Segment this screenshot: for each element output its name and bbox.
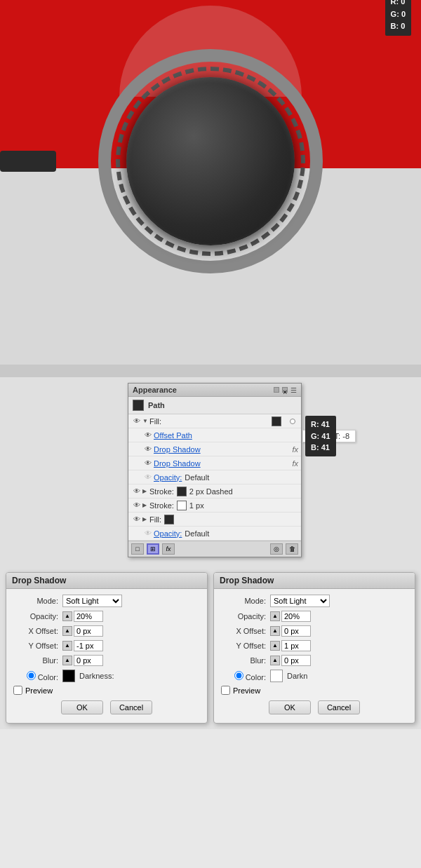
new-item-button[interactable]: □ [131, 543, 144, 555]
x-offset-up-right[interactable]: ▲ [270, 626, 280, 636]
cancel-button-right[interactable]: Cancel [318, 700, 360, 714]
visibility-icon-opacity2[interactable]: 👁 [142, 529, 154, 538]
fill-2-swatch[interactable] [164, 515, 174, 524]
mask-button[interactable]: ◎ [270, 543, 283, 555]
path-color-swatch[interactable] [133, 400, 144, 411]
opacity-2-value: Default [185, 529, 209, 538]
ok-button-left[interactable]: OK [61, 700, 103, 714]
new-item-icon: □ [135, 545, 139, 552]
x-offset-value-left[interactable] [74, 625, 103, 637]
y-offset-input-left: ▲ [62, 640, 103, 651]
canvas-area [0, 0, 421, 365]
opacity-value-left[interactable] [74, 611, 103, 622]
opacity-value-right[interactable] [281, 611, 311, 622]
y-offset-up-right[interactable]: ▲ [270, 641, 280, 651]
opacity-link[interactable]: Opacity: [154, 473, 182, 482]
visibility-icon-fill2[interactable]: 👁 [131, 515, 142, 524]
dialogs-area: Drop Shadow Mode: Soft Light Opacity: ▲ … [0, 567, 421, 729]
opacity-2-link[interactable]: Opacity: [154, 529, 182, 538]
x-offset-value-right[interactable] [281, 625, 311, 637]
visibility-icon-opacity[interactable]: 👁 [142, 473, 154, 482]
x-offset-row-right: X Offset: ▲ [221, 625, 408, 637]
fill-label: Fill: [149, 417, 161, 426]
panel-collapse-button[interactable] [274, 387, 279, 393]
duplicate-button[interactable]: ⊞ [147, 543, 159, 555]
delete-button[interactable]: 🗑 [286, 543, 298, 555]
opacity-value: Default [185, 473, 209, 482]
opacity-up-right[interactable]: ▲ [270, 611, 280, 621]
color-swatch-dialog-left[interactable] [62, 670, 75, 682]
fill-expanded-row: 👁 ▼ Fill: [128, 414, 301, 428]
blur-input-right: ▲ [270, 655, 311, 666]
mode-row-right: Mode: Soft Light [221, 595, 408, 607]
visibility-icon-fill[interactable]: 👁 [131, 416, 142, 426]
stroke-1-row: 👁 ▶ Stroke: 2 px Dashed [128, 484, 301, 499]
x-offset-input-right: ▲ [270, 625, 311, 637]
visibility-icon-ds1[interactable]: 👁 [142, 445, 154, 454]
opacity-input-left: ▲ [62, 611, 103, 622]
blur-row-right: Blur: ▲ [221, 655, 408, 666]
blur-value-left[interactable] [74, 655, 103, 666]
mode-select-left[interactable]: Soft Light [62, 595, 122, 607]
panel-close-button[interactable]: × [282, 387, 288, 393]
expand-arrow-stroke2[interactable]: ▶ [142, 502, 149, 508]
expand-arrow-stroke1[interactable]: ▶ [142, 488, 149, 494]
drop-shadow-2-row: 👁 Drop Shadow fx [128, 456, 301, 470]
x-offset-input-left: ▲ [62, 625, 103, 637]
preview-checkbox-left[interactable] [13, 686, 22, 695]
y-offset-row-right: Y Offset: ▲ R: 255 G: 255 B: 255 [221, 640, 408, 651]
x-offset-row-left: X Offset: ▲ [13, 625, 200, 637]
opacity-row-left: Opacity: ▲ [13, 611, 200, 622]
path-header-row: Path [128, 397, 301, 414]
y-offset-value-right[interactable] [281, 640, 311, 651]
stroke-1-swatch[interactable] [177, 487, 187, 496]
color-label-right: Color: [221, 671, 270, 681]
expand-arrow-fill[interactable]: ▼ [142, 418, 149, 424]
fx-icon: fx [166, 545, 171, 552]
ok-button-right[interactable]: OK [269, 700, 311, 714]
mode-select-right[interactable]: Soft Light [270, 595, 330, 607]
pokeball-inner-circle [126, 77, 295, 245]
dialog-body-left: Mode: Soft Light Opacity: ▲ X Offset: ▲ [6, 589, 207, 723]
blur-up-left[interactable]: ▲ [62, 656, 72, 665]
color-g: G: 41 [311, 430, 330, 442]
fill-2-label: Fill: [149, 515, 161, 524]
blur-label-left: Blur: [13, 656, 62, 665]
color-swatch-dialog-right[interactable] [270, 670, 283, 682]
visibility-icon-offset[interactable]: 👁 [142, 430, 154, 440]
preview-row-right: Preview [221, 686, 408, 695]
opacity-input-right: ▲ [270, 611, 311, 622]
color-radio-right[interactable] [234, 671, 243, 680]
fx-button[interactable]: fx [162, 543, 175, 555]
visibility-icon-stroke1[interactable]: 👁 [131, 487, 142, 496]
visibility-icon-stroke2[interactable]: 👁 [131, 501, 142, 510]
y-offset-up-left[interactable]: ▲ [62, 641, 72, 651]
preview-label-right: Preview [233, 686, 260, 695]
offset-path-link[interactable]: Offset Path [154, 431, 192, 440]
opacity-label-left: Opacity: [13, 612, 62, 621]
drop-shadow-2-link[interactable]: Drop Shadow [154, 459, 201, 468]
color-row-left: Color: Darkness: [13, 670, 200, 682]
drop-shadow-1-link[interactable]: Drop Shadow [154, 445, 201, 454]
fill-color-tooltip: R: 41 G: 41 B: 41 [305, 416, 336, 456]
black-bar-left [0, 151, 56, 172]
pokeball-scene [0, 0, 421, 365]
preview-checkbox-right[interactable] [221, 686, 230, 695]
panel-menu-button[interactable]: ☰ [290, 386, 297, 394]
visibility-icon-ds2[interactable]: 👁 [142, 459, 154, 468]
dialog-title-left: Drop Shadow [6, 573, 207, 589]
blur-row-left: Blur: ▲ [13, 655, 200, 666]
stroke-2-swatch[interactable] [177, 501, 187, 510]
y-offset-value-left[interactable] [74, 640, 103, 651]
fill-swatch-1[interactable] [272, 416, 281, 426]
panel-controls: × ☰ [274, 386, 297, 394]
cancel-button-left[interactable]: Cancel [110, 700, 152, 714]
blur-up-right[interactable]: ▲ [270, 656, 280, 665]
opacity-2-row: 👁 Opacity: Default [128, 527, 301, 541]
opacity-default-row: 👁 Opacity: Default [128, 470, 301, 484]
blur-value-right[interactable] [281, 655, 311, 666]
x-offset-up-left[interactable]: ▲ [62, 626, 72, 636]
color-radio-left[interactable] [27, 671, 36, 680]
opacity-up-left[interactable]: ▲ [62, 611, 72, 621]
expand-arrow-fill2[interactable]: ▶ [142, 516, 149, 522]
